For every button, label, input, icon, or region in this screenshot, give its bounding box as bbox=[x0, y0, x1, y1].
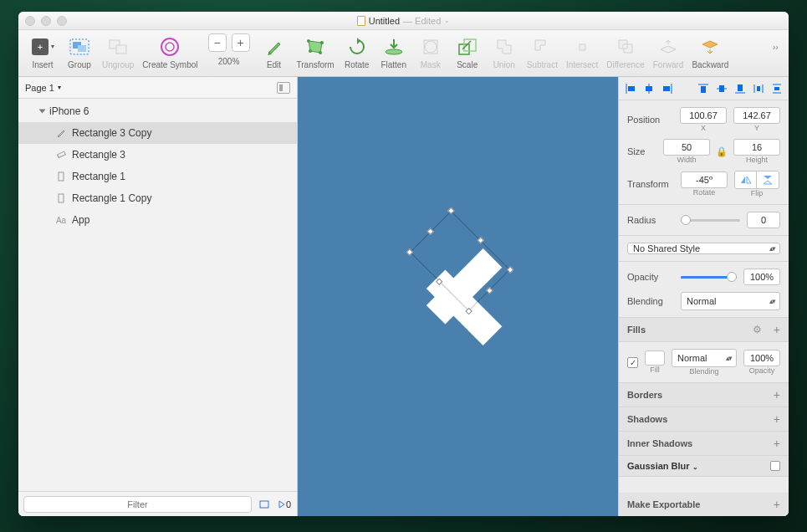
fill-blend-select[interactable]: Normal▴▾ bbox=[672, 349, 737, 367]
opacity-section: Opacity Blending Normal▴▾ bbox=[619, 262, 789, 318]
slice-icon[interactable] bbox=[257, 498, 272, 511]
blending-label: Blending bbox=[627, 296, 674, 306]
width-input[interactable] bbox=[663, 139, 710, 156]
scale-button[interactable]: Scale bbox=[450, 33, 485, 71]
page-selector[interactable]: Page 1▾ bbox=[25, 83, 61, 93]
align-right-icon[interactable] bbox=[661, 82, 674, 95]
blending-select[interactable]: Normal▴▾ bbox=[681, 292, 780, 310]
layer-row[interactable]: Rectangle 3 Copy bbox=[18, 122, 297, 144]
forward-button[interactable]: Forward bbox=[650, 33, 687, 71]
arrow-shape[interactable] bbox=[400, 222, 517, 372]
opacity-input[interactable] bbox=[743, 269, 780, 285]
union-button[interactable]: Union bbox=[487, 33, 522, 71]
gear-icon[interactable]: ⚙ bbox=[753, 324, 762, 335]
size-label: Size bbox=[627, 146, 656, 156]
align-middle-icon[interactable] bbox=[715, 82, 728, 95]
opacity-label: Opacity bbox=[627, 272, 674, 282]
chevron-down-icon[interactable]: ⌄ bbox=[444, 17, 450, 24]
align-left-icon[interactable] bbox=[624, 82, 637, 95]
flip-v-icon[interactable] bbox=[757, 171, 779, 188]
align-top-icon[interactable] bbox=[697, 82, 710, 95]
subtract-button[interactable]: Subtract bbox=[524, 33, 561, 71]
create-symbol-button[interactable]: Create Symbol bbox=[139, 33, 201, 71]
svg-rect-20 bbox=[59, 194, 64, 202]
export-header[interactable]: Make Exportable+ bbox=[619, 493, 789, 516]
add-inner-shadow-icon[interactable]: + bbox=[774, 437, 780, 450]
svg-text:+: + bbox=[38, 42, 43, 52]
fill-swatch[interactable] bbox=[645, 350, 665, 366]
slice-count[interactable]: 0 bbox=[277, 498, 292, 511]
fill-row: ✓ Fill Normal▴▾Blending Opacity bbox=[619, 342, 789, 383]
shape-icon bbox=[55, 192, 67, 204]
layer-row[interactable]: Rectangle 3 bbox=[18, 144, 297, 166]
layer-row[interactable]: Rectangle 1 Copy bbox=[18, 187, 297, 209]
app-window: Untitled — Edited ⌄ + Insert Group Ungro… bbox=[18, 12, 789, 516]
distribute-h-icon[interactable] bbox=[752, 82, 765, 95]
inspector-panel: Position X Y Size Width 🔒 Height Transfo… bbox=[618, 77, 789, 516]
difference-button[interactable]: Difference bbox=[603, 33, 647, 71]
borders-header[interactable]: Borders+ bbox=[619, 383, 789, 407]
position-x-input[interactable] bbox=[680, 107, 727, 124]
blur-checkbox[interactable] bbox=[770, 461, 780, 471]
edit-button[interactable]: Edit bbox=[257, 33, 292, 71]
svg-rect-4 bbox=[78, 45, 86, 52]
svg-rect-41 bbox=[774, 87, 779, 90]
layers-panel: Page 1▾ iPhone 6 Rectangle 3 Copy Rectan… bbox=[18, 77, 298, 516]
zoom-in-button[interactable]: + bbox=[232, 33, 250, 52]
traffic-lights[interactable] bbox=[25, 16, 67, 26]
fill-enabled-checkbox[interactable]: ✓ bbox=[627, 357, 638, 368]
filter-input[interactable] bbox=[23, 496, 252, 513]
layer-row[interactable]: Aa App bbox=[18, 209, 297, 231]
canvas[interactable] bbox=[298, 77, 618, 516]
zoom-value[interactable]: 200% bbox=[218, 57, 240, 66]
svg-point-8 bbox=[307, 39, 310, 43]
flip-control[interactable] bbox=[734, 171, 779, 189]
position-y-input[interactable] bbox=[733, 107, 780, 124]
align-center-h-icon[interactable] bbox=[642, 82, 656, 95]
align-bottom-icon[interactable] bbox=[733, 82, 747, 95]
group-button[interactable]: Group bbox=[62, 33, 97, 71]
rotate-button[interactable]: Rotate bbox=[340, 33, 375, 71]
add-shadow-icon[interactable]: + bbox=[774, 412, 780, 426]
inner-shadows-header[interactable]: Inner Shadows+ bbox=[619, 432, 789, 456]
distribute-v-icon[interactable] bbox=[770, 82, 784, 95]
flip-h-icon[interactable] bbox=[735, 171, 757, 188]
add-export-icon[interactable]: + bbox=[774, 498, 780, 511]
radius-input[interactable] bbox=[747, 212, 780, 228]
artboard-row[interactable]: iPhone 6 bbox=[18, 100, 297, 122]
radius-section: Radius bbox=[619, 205, 789, 236]
svg-rect-27 bbox=[646, 86, 652, 91]
zoom-out-button[interactable]: − bbox=[208, 33, 227, 52]
svg-point-10 bbox=[319, 51, 322, 54]
opacity-slider[interactable] bbox=[681, 272, 737, 282]
lock-icon[interactable]: 🔒 bbox=[717, 146, 727, 157]
fill-opacity-input[interactable] bbox=[743, 350, 780, 366]
pages-toggle-icon[interactable] bbox=[277, 82, 290, 94]
shadows-header[interactable]: Shadows+ bbox=[619, 407, 789, 432]
insert-button[interactable]: + Insert bbox=[25, 33, 60, 71]
rotate-input[interactable] bbox=[681, 171, 728, 188]
transform-button[interactable]: Transform bbox=[294, 33, 338, 71]
flatten-button[interactable]: Flatten bbox=[376, 33, 411, 71]
mask-button[interactable]: Mask bbox=[413, 33, 448, 71]
pages-header[interactable]: Page 1▾ bbox=[18, 77, 297, 99]
radius-slider[interactable] bbox=[681, 215, 740, 225]
radius-label: Radius bbox=[627, 215, 674, 225]
filter-bar: 0 bbox=[18, 491, 297, 516]
layer-row[interactable]: Rectangle 1 bbox=[18, 166, 297, 187]
svg-rect-19 bbox=[59, 172, 64, 181]
blur-header[interactable]: Gaussian Blur ⌄ bbox=[619, 456, 789, 477]
position-label: Position bbox=[627, 115, 673, 125]
toolbar-overflow-icon[interactable]: ›› bbox=[769, 33, 782, 60]
ungroup-button[interactable]: Ungroup bbox=[99, 33, 137, 71]
add-border-icon[interactable]: + bbox=[774, 388, 780, 402]
add-fill-icon[interactable]: + bbox=[774, 323, 780, 336]
svg-point-14 bbox=[425, 41, 437, 53]
intersect-button[interactable]: Intersect bbox=[563, 33, 601, 71]
titlebar[interactable]: Untitled — Edited ⌄ bbox=[18, 12, 789, 30]
backward-button[interactable]: Backward bbox=[688, 33, 732, 71]
shared-style-select[interactable]: No Shared Style▴▾ bbox=[627, 243, 780, 254]
disclosure-icon[interactable] bbox=[39, 110, 46, 114]
fills-header[interactable]: Fills ⚙ + bbox=[619, 318, 789, 342]
height-input[interactable] bbox=[733, 139, 780, 156]
